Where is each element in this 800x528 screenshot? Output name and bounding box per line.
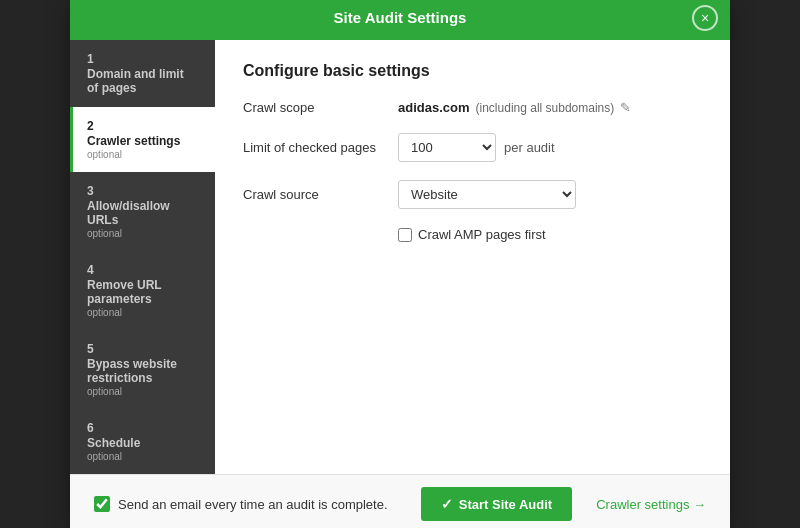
dialog-body: 1 Domain and limitof pages 2 Crawler set… [70, 40, 730, 474]
step-num-2: 2 [87, 119, 201, 133]
step-label-2: Crawler settings [87, 134, 201, 148]
sidebar-item-allow-disallow[interactable]: 3 Allow/disallowURLs optional [70, 172, 215, 251]
crawler-settings-link[interactable]: Crawler settings → [596, 497, 706, 512]
crawl-scope-row: Crawl scope adidas.com (including all su… [243, 100, 702, 115]
email-notify-checkbox[interactable] [94, 496, 110, 512]
crawler-settings-label: Crawler settings → [596, 497, 706, 512]
limit-pages-row: Limit of checked pages 100 500 1000 5000… [243, 133, 702, 162]
step-num-6: 6 [87, 421, 201, 435]
crawl-source-select[interactable]: Website Sitemap Website and Sitemap [398, 180, 576, 209]
dialog-title: Site Audit Settings [334, 9, 467, 26]
start-audit-label: Start Site Audit [459, 497, 552, 512]
limit-pages-select[interactable]: 100 500 1000 5000 10000 20000 50000 1000… [398, 133, 496, 162]
footer-right: ✓ Start Site Audit Crawler settings → [421, 487, 706, 521]
step-num-1: 1 [87, 52, 201, 66]
dialog-footer: Send an email every time an audit is com… [70, 474, 730, 528]
crawl-scope-value: adidas.com (including all subdomains) ✎ [398, 100, 631, 115]
edit-domain-icon[interactable]: ✎ [620, 100, 631, 115]
close-button[interactable]: × [692, 5, 718, 31]
subdomain-text: (including all subdomains) [476, 101, 615, 115]
dialog-header: Site Audit Settings × [70, 0, 730, 40]
sidebar-item-crawler[interactable]: 2 Crawler settings optional [70, 107, 215, 172]
checkmark-icon: ✓ [441, 496, 453, 512]
step-optional-2: optional [87, 149, 201, 160]
step-num-3: 3 [87, 184, 201, 198]
site-audit-dialog: Site Audit Settings × 1 Domain and limit… [70, 0, 730, 528]
sidebar-item-domain[interactable]: 1 Domain and limitof pages [70, 40, 215, 107]
section-title: Configure basic settings [243, 62, 702, 80]
sidebar-item-schedule[interactable]: 6 Schedule optional [70, 409, 215, 474]
step-label-1: Domain and limitof pages [87, 67, 201, 95]
step-label-6: Schedule [87, 436, 201, 450]
crawl-amp-label[interactable]: Crawl AMP pages first [418, 227, 546, 242]
step-label-5: Bypass websiterestrictions [87, 357, 201, 385]
domain-name: adidas.com [398, 100, 470, 115]
crawl-source-label: Crawl source [243, 187, 398, 202]
crawl-source-row: Crawl source Website Sitemap Website and… [243, 180, 702, 209]
crawl-amp-checkbox[interactable] [398, 228, 412, 242]
start-audit-button[interactable]: ✓ Start Site Audit [421, 487, 572, 521]
step-optional-3: optional [87, 228, 201, 239]
main-content: Configure basic settings Crawl scope adi… [215, 40, 730, 474]
close-icon: × [701, 11, 709, 25]
step-optional-6: optional [87, 451, 201, 462]
crawl-scope-label: Crawl scope [243, 100, 398, 115]
limit-pages-label: Limit of checked pages [243, 140, 398, 155]
step-num-5: 5 [87, 342, 201, 356]
sidebar: 1 Domain and limitof pages 2 Crawler set… [70, 40, 215, 474]
step-num-4: 4 [87, 263, 201, 277]
email-notify-label[interactable]: Send an email every time an audit is com… [118, 497, 388, 512]
step-optional-4: optional [87, 307, 201, 318]
footer-left: Send an email every time an audit is com… [94, 496, 388, 512]
step-label-3: Allow/disallowURLs [87, 199, 201, 227]
sidebar-item-remove-url[interactable]: 4 Remove URLparameters optional [70, 251, 215, 330]
step-optional-5: optional [87, 386, 201, 397]
per-audit-label: per audit [504, 140, 555, 155]
step-label-4: Remove URLparameters [87, 278, 201, 306]
crawl-amp-row: Crawl AMP pages first [398, 227, 702, 242]
sidebar-item-bypass[interactable]: 5 Bypass websiterestrictions optional [70, 330, 215, 409]
